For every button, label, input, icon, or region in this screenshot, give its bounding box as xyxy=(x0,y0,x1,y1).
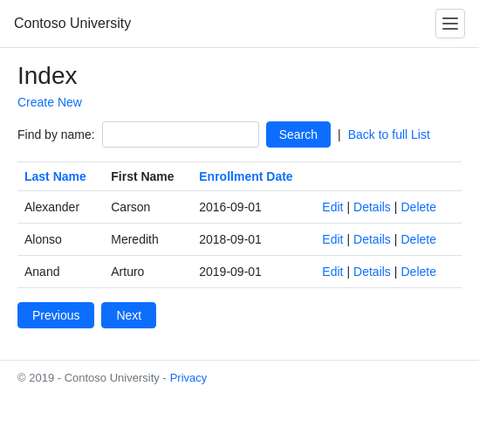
action-separator: | xyxy=(346,200,350,214)
cell-last-name: Anand xyxy=(17,256,104,288)
previous-button[interactable]: Previous xyxy=(17,302,94,328)
cell-actions: Edit|Details|Delete xyxy=(315,256,462,288)
search-button[interactable]: Search xyxy=(266,121,331,148)
action-delete-link[interactable]: Delete xyxy=(401,265,436,279)
action-separator: | xyxy=(394,265,398,279)
pipe-separator: | xyxy=(338,128,341,141)
pagination-row: Previous Next xyxy=(17,302,462,328)
search-row: Find by name: Search | Back to full List xyxy=(17,121,462,148)
action-delete-link[interactable]: Delete xyxy=(401,232,436,246)
main-content: Index Create New Find by name: Search | … xyxy=(0,48,479,360)
action-links: Edit|Details|Delete xyxy=(322,232,455,246)
action-separator: | xyxy=(346,232,350,246)
action-links: Edit|Details|Delete xyxy=(322,265,455,279)
page-title: Index xyxy=(17,62,462,90)
navbar-toggle-button[interactable] xyxy=(435,9,465,38)
action-delete-link[interactable]: Delete xyxy=(401,200,436,214)
col-actions xyxy=(315,162,462,191)
navbar-brand: Contoso University xyxy=(14,16,131,31)
cell-last-name: Alexander xyxy=(17,191,104,224)
next-button[interactable]: Next xyxy=(101,302,156,328)
table-row: AlonsoMeredith2018-09-01Edit|Details|Del… xyxy=(17,224,462,256)
cell-enrollment-date: 2016-09-01 xyxy=(192,191,315,224)
action-details-link[interactable]: Details xyxy=(353,200,391,214)
create-new-link[interactable]: Create New xyxy=(17,95,82,109)
cell-last-name: Alonso xyxy=(17,224,104,256)
action-separator: | xyxy=(346,265,350,279)
action-details-link[interactable]: Details xyxy=(353,265,391,279)
action-links: Edit|Details|Delete xyxy=(322,200,455,214)
toggler-line-2 xyxy=(442,23,458,24)
cell-enrollment-date: 2018-09-01 xyxy=(192,224,315,256)
cell-enrollment-date: 2019-09-01 xyxy=(192,256,315,288)
action-edit-link[interactable]: Edit xyxy=(322,232,343,246)
action-details-link[interactable]: Details xyxy=(353,232,391,246)
action-separator: | xyxy=(394,232,398,246)
footer-privacy-link[interactable]: Privacy xyxy=(170,371,208,384)
footer-copyright: © 2019 - Contoso University - xyxy=(17,371,167,384)
cell-first-name: Meredith xyxy=(104,224,192,256)
table-header: Last Name First Name Enrollment Date xyxy=(17,162,462,191)
search-input[interactable] xyxy=(102,121,259,148)
table-body: AlexanderCarson2016-09-01Edit|Details|De… xyxy=(17,191,462,288)
cell-first-name: Carson xyxy=(104,191,192,224)
footer: © 2019 - Contoso University - Privacy xyxy=(0,360,479,395)
search-label: Find by name: xyxy=(17,128,95,141)
cell-actions: Edit|Details|Delete xyxy=(315,191,462,224)
col-last-name: Last Name xyxy=(17,162,104,191)
action-edit-link[interactable]: Edit xyxy=(322,200,343,214)
toggler-line-3 xyxy=(442,28,458,30)
cell-first-name: Arturo xyxy=(104,256,192,288)
students-table: Last Name First Name Enrollment Date Ale… xyxy=(17,162,462,288)
cell-actions: Edit|Details|Delete xyxy=(315,224,462,256)
navbar: Contoso University xyxy=(0,0,479,48)
col-first-name: First Name xyxy=(104,162,192,191)
action-edit-link[interactable]: Edit xyxy=(322,265,343,279)
table-row: AnandArturo2019-09-01Edit|Details|Delete xyxy=(17,256,462,288)
col-enrollment-date: Enrollment Date xyxy=(192,162,315,191)
toggler-line-1 xyxy=(442,17,458,19)
table-header-row: Last Name First Name Enrollment Date xyxy=(17,162,462,191)
back-to-full-list-link[interactable]: Back to full List xyxy=(348,128,430,141)
table-row: AlexanderCarson2016-09-01Edit|Details|De… xyxy=(17,191,462,224)
action-separator: | xyxy=(394,200,398,214)
